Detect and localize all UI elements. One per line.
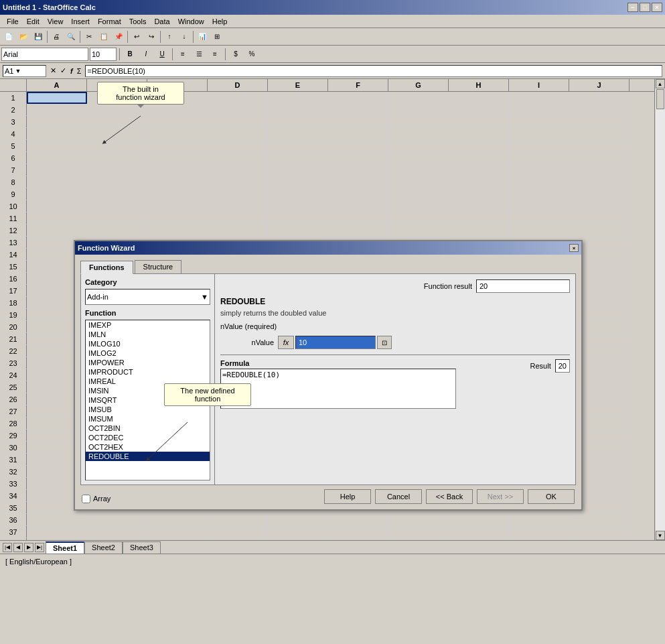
- font-size-input[interactable]: [90, 48, 117, 61]
- cell-A3[interactable]: [27, 116, 87, 128]
- function-item-oct2hex[interactable]: OCT2HEX: [86, 442, 210, 452]
- row-header-30[interactable]: 30: [0, 442, 27, 454]
- cell-A9[interactable]: [27, 188, 87, 200]
- row-header-28[interactable]: 28: [0, 417, 27, 430]
- cell-J37[interactable]: [569, 526, 630, 538]
- col-header-J[interactable]: J: [569, 79, 630, 91]
- cell-G36[interactable]: [388, 514, 449, 526]
- formula-input[interactable]: =REDOUBLE(10): [85, 65, 662, 77]
- row-header-14[interactable]: 14: [0, 249, 27, 261]
- cell-F7[interactable]: [328, 164, 388, 176]
- cell-B37[interactable]: [87, 526, 147, 538]
- cell-A1[interactable]: [27, 92, 87, 104]
- cell-C6[interactable]: [147, 152, 208, 164]
- menu-data[interactable]: Data: [150, 16, 173, 27]
- help-button[interactable]: Help: [324, 489, 371, 504]
- cell-I12[interactable]: [509, 224, 569, 237]
- cell-E12[interactable]: [268, 224, 328, 237]
- function-item-oct2bin[interactable]: OCT2BIN: [86, 424, 210, 433]
- cell-I5[interactable]: [509, 140, 569, 152]
- cell-C2[interactable]: [147, 104, 208, 116]
- cell-E6[interactable]: [268, 152, 328, 164]
- cell-I11[interactable]: [509, 212, 569, 224]
- undo-button[interactable]: ↩: [129, 29, 144, 44]
- cell-I37[interactable]: [509, 526, 569, 538]
- function-item-imln[interactable]: IMLN: [86, 330, 210, 339]
- menu-window[interactable]: Window: [174, 16, 208, 27]
- cell-I4[interactable]: [509, 128, 569, 140]
- row-header-20[interactable]: 20: [0, 321, 27, 333]
- cell-A2[interactable]: [27, 104, 87, 116]
- col-header-C[interactable]: C: [147, 79, 208, 91]
- cell-D9[interactable]: [208, 188, 268, 200]
- row-header-3[interactable]: 3: [0, 116, 27, 128]
- row-header-23[interactable]: 23: [0, 357, 27, 369]
- menu-file[interactable]: File: [3, 16, 23, 27]
- function-item-imsqrt[interactable]: IMSQRT: [86, 395, 210, 405]
- cell-H6[interactable]: [449, 152, 509, 164]
- col-header-F[interactable]: F: [328, 79, 388, 91]
- row-header-22[interactable]: 22: [0, 345, 27, 357]
- row-header-21[interactable]: 21: [0, 333, 27, 345]
- col-header-I[interactable]: I: [509, 79, 569, 91]
- col-header-E[interactable]: E: [268, 79, 328, 91]
- cell-H3[interactable]: [449, 116, 509, 128]
- cell-E9[interactable]: [268, 188, 328, 200]
- italic-button[interactable]: I: [139, 47, 153, 62]
- maximize-button[interactable]: □: [640, 3, 650, 12]
- function-item-imsub[interactable]: IMSUB: [86, 405, 210, 414]
- cell-J6[interactable]: [569, 152, 630, 164]
- tab-nav-prev[interactable]: ◀: [13, 543, 23, 552]
- cell-C37[interactable]: [147, 526, 208, 538]
- cell-F8[interactable]: [328, 176, 388, 188]
- cell-I2[interactable]: [509, 104, 569, 116]
- row-header-25[interactable]: 25: [0, 381, 27, 393]
- cell-G4[interactable]: [388, 128, 449, 140]
- function-wizard-dialog[interactable]: Function Wizard × Functions Structure Ca…: [74, 240, 583, 511]
- cell-D37[interactable]: [208, 526, 268, 538]
- cell-J2[interactable]: [569, 104, 630, 116]
- function-item-imreal[interactable]: IMREAL: [86, 377, 210, 386]
- cell-I6[interactable]: [509, 152, 569, 164]
- function-list[interactable]: IMEXPIMLNIMLOG10IMLOG2IMPOWERIMPRODUCTIM…: [85, 320, 210, 480]
- cell-H2[interactable]: [449, 104, 509, 116]
- align-left-button[interactable]: ≡: [175, 47, 190, 62]
- cell-E7[interactable]: [268, 164, 328, 176]
- cell-J4[interactable]: [569, 128, 630, 140]
- function-item-imlog2[interactable]: IMLOG2: [86, 348, 210, 358]
- cell-G2[interactable]: [388, 104, 449, 116]
- function-item-imsum[interactable]: IMSUM: [86, 414, 210, 424]
- cut-button[interactable]: ✂: [82, 29, 96, 44]
- cell-B36[interactable]: [87, 514, 147, 526]
- cell-B5[interactable]: [87, 140, 147, 152]
- row-header-18[interactable]: 18: [0, 297, 27, 309]
- cell-A6[interactable]: [27, 152, 87, 164]
- function-item-imsin[interactable]: IMSIN: [86, 386, 210, 395]
- cell-A7[interactable]: [27, 164, 87, 176]
- fx-button[interactable]: fx: [278, 336, 294, 349]
- cell-B1[interactable]: [87, 92, 147, 104]
- align-center-button[interactable]: ☰: [192, 47, 206, 62]
- cell-D7[interactable]: [208, 164, 268, 176]
- scroll-down-button[interactable]: ▼: [656, 531, 665, 540]
- cell-H8[interactable]: [449, 176, 509, 188]
- cell-C8[interactable]: [147, 176, 208, 188]
- cell-A36[interactable]: [27, 514, 87, 526]
- cell-C12[interactable]: [147, 224, 208, 237]
- cell-F4[interactable]: [328, 128, 388, 140]
- print-preview-button[interactable]: 🔍: [64, 29, 78, 44]
- cell-I8[interactable]: [509, 176, 569, 188]
- cell-H7[interactable]: [449, 164, 509, 176]
- col-header-D[interactable]: D: [208, 79, 268, 91]
- cell-B11[interactable]: [87, 212, 147, 224]
- col-header-G[interactable]: G: [388, 79, 449, 91]
- formula-wizard-icon[interactable]: f: [69, 67, 74, 75]
- row-header-17[interactable]: 17: [0, 285, 27, 297]
- cell-J10[interactable]: [569, 200, 630, 212]
- cell-J8[interactable]: [569, 176, 630, 188]
- cell-C1[interactable]: [147, 92, 208, 104]
- cell-A12[interactable]: [27, 224, 87, 237]
- row-header-36[interactable]: 36: [0, 514, 27, 526]
- cell-B6[interactable]: [87, 152, 147, 164]
- vertical-scrollbar[interactable]: ▲ ▼: [654, 79, 665, 540]
